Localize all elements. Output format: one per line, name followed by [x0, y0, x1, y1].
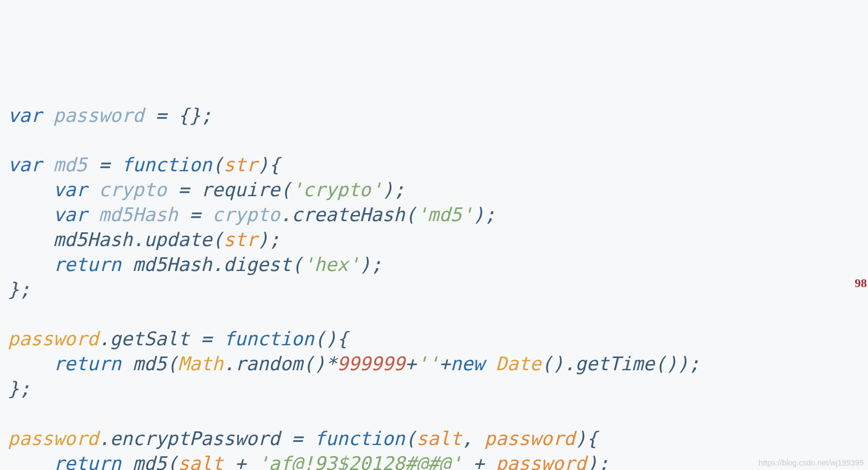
token-kw: var — [53, 203, 87, 226]
token-prop: password — [8, 328, 99, 350]
token-builtin: Math — [178, 352, 223, 375]
code-line — [8, 127, 860, 152]
token-punct: }; — [8, 278, 30, 300]
code-line: return md5(Math.random()*999999+''+new D… — [8, 351, 860, 376]
token-plain — [42, 104, 53, 126]
token-param: str — [223, 154, 257, 176]
token-member: md5Hash.update( — [8, 228, 223, 251]
token-param: salt — [416, 427, 462, 449]
token-param: str — [223, 228, 257, 251]
token-num: 999999 — [337, 352, 405, 375]
token-plain — [484, 352, 496, 375]
token-member: .random()* — [223, 352, 337, 375]
token-punct: . — [99, 328, 110, 350]
token-op: + — [439, 352, 450, 375]
code-line: password.encryptPassword = function(salt… — [8, 426, 860, 451]
token-op: + — [405, 352, 416, 375]
token-paren: ( — [405, 427, 416, 449]
token-var-name: md5Hash — [99, 203, 178, 226]
token-plain — [8, 352, 53, 375]
token-kw: var — [8, 104, 42, 126]
token-paren: ( — [212, 154, 223, 176]
token-param: salt — [178, 452, 223, 470]
token-func: function — [314, 427, 405, 449]
token-str: 'hex' — [303, 253, 359, 275]
code-line: }; — [8, 277, 860, 302]
code-line: md5Hash.update(str); — [8, 227, 860, 252]
token-punct: ); — [382, 178, 405, 201]
token-punct: ); — [360, 253, 382, 275]
code-line: var password = {}; — [8, 103, 860, 128]
token-punct: ); — [257, 228, 280, 251]
watermark-text: https://blog.csdn.net/wj199395 — [759, 458, 864, 468]
token-op: + — [462, 452, 496, 470]
token-op: = — [280, 427, 314, 449]
token-kw: var — [8, 154, 42, 176]
token-member: getSalt — [110, 328, 189, 350]
token-var-name: md5 — [53, 154, 87, 176]
token-kw: return — [53, 253, 121, 275]
token-punct: }; — [8, 377, 30, 400]
token-plain — [87, 203, 98, 226]
token-var-name: password — [53, 104, 144, 126]
token-member: md5Hash.digest( — [121, 253, 303, 275]
code-line — [8, 401, 860, 426]
code-line: return md5(salt + 'af@!93$20128#@#@' + p… — [8, 451, 860, 470]
token-punct: = {}; — [144, 104, 212, 126]
token-member: ().getTime()); — [541, 352, 700, 375]
token-member: md5( — [121, 352, 178, 375]
code-block: var password = {}; var md5 = function(st… — [8, 103, 860, 471]
token-op: = — [190, 328, 223, 350]
token-kw: new — [450, 352, 484, 375]
token-plain — [87, 178, 98, 201]
token-ident: = require( — [167, 178, 292, 201]
token-op: = — [178, 203, 212, 226]
token-member: encryptPassword — [110, 427, 280, 449]
token-func: function — [121, 154, 212, 176]
token-member: .createHash( — [280, 203, 416, 226]
token-prop: password — [8, 427, 99, 449]
token-kw: return — [53, 352, 121, 375]
code-line: return md5Hash.digest('hex'); — [8, 252, 860, 277]
code-line — [8, 302, 860, 327]
token-punct: ); — [586, 452, 609, 470]
token-paren: ){ — [575, 427, 598, 449]
token-str: 'af@!93$20128#@#@' — [257, 452, 461, 470]
token-param: password — [484, 427, 575, 449]
code-line: password.getSalt = function(){ — [8, 326, 860, 351]
token-op: + — [223, 452, 257, 470]
token-plain — [8, 178, 53, 201]
token-str: 'crypto' — [292, 178, 382, 201]
token-op: = — [87, 154, 121, 176]
overflow-indicator: 98 — [855, 275, 867, 291]
token-param: password — [496, 452, 586, 470]
token-plain — [8, 452, 53, 470]
code-line: var md5Hash = crypto.createHash('md5'); — [8, 202, 860, 227]
token-paren: (){ — [314, 328, 348, 350]
code-line: }; — [8, 376, 860, 401]
token-str: 'md5' — [416, 203, 473, 226]
token-var-name: crypto — [212, 203, 280, 226]
token-kw: var — [53, 178, 87, 201]
token-punct: , — [462, 427, 484, 449]
token-plain — [8, 203, 53, 226]
token-kw: return — [53, 452, 121, 470]
token-func: function — [223, 328, 314, 350]
token-punct: ); — [473, 203, 496, 226]
token-var-name: crypto — [99, 178, 167, 201]
token-builtin: Date — [496, 352, 541, 375]
token-plain — [8, 253, 53, 275]
token-member: md5( — [121, 452, 178, 470]
token-punct: . — [99, 427, 110, 449]
token-str: '' — [416, 352, 439, 375]
code-line: var crypto = require('crypto'); — [8, 177, 860, 202]
token-paren: ){ — [257, 154, 280, 176]
token-plain — [42, 154, 53, 176]
code-line: var md5 = function(str){ — [8, 152, 860, 177]
